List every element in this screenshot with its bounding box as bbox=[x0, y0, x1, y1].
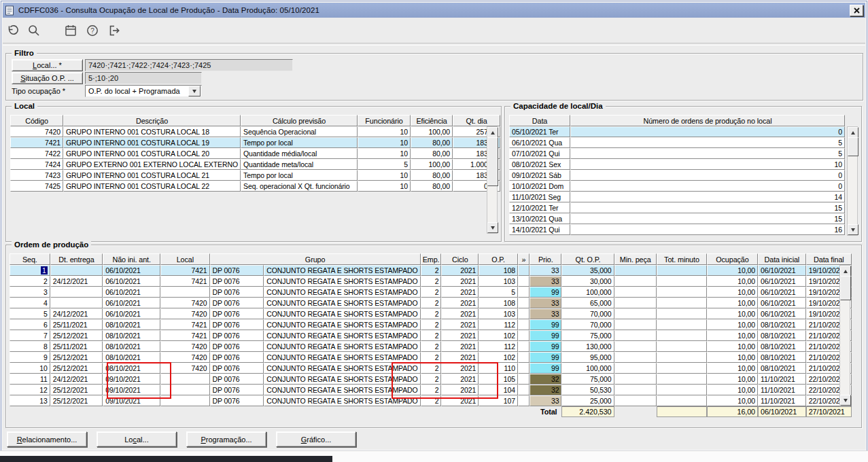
cell[interactable]: DP 0076 bbox=[210, 363, 264, 374]
cell[interactable]: 2 bbox=[421, 265, 442, 276]
cell[interactable]: 10,00 bbox=[707, 330, 758, 341]
cell[interactable]: Sequência Operacional bbox=[241, 126, 358, 137]
cell[interactable]: 08/10/2021 bbox=[758, 352, 806, 363]
column-header[interactable]: Min. peça bbox=[614, 253, 657, 265]
cell[interactable] bbox=[657, 319, 707, 330]
cell[interactable]: 07/10/2021 Qui bbox=[509, 148, 570, 159]
cell[interactable]: 09/10/2021 Sáb bbox=[509, 170, 570, 181]
cell[interactable]: 06/10/2021 bbox=[103, 308, 160, 319]
scroll-thumb[interactable] bbox=[848, 137, 858, 156]
cell[interactable] bbox=[518, 298, 530, 308]
cell[interactable]: 08/10/2021 bbox=[103, 341, 160, 352]
cell[interactable]: Quantidade meta/local bbox=[241, 159, 358, 170]
cell[interactable]: 06/10/2021 bbox=[758, 298, 806, 308]
cell[interactable]: CONJUNTO REGATA E SHORTS ESTAMPADO bbox=[264, 287, 420, 298]
cell[interactable]: 2 bbox=[10, 276, 50, 287]
cell[interactable]: 7424 bbox=[10, 159, 63, 170]
cell[interactable] bbox=[518, 276, 530, 287]
cell[interactable]: 108 bbox=[479, 298, 518, 308]
cell[interactable]: 2 bbox=[421, 341, 442, 352]
cell[interactable]: 108 bbox=[479, 265, 518, 276]
column-header[interactable]: » bbox=[518, 253, 530, 265]
cell[interactable] bbox=[657, 374, 707, 385]
cell[interactable]: 35,000 bbox=[561, 265, 614, 276]
cell[interactable]: DP 0076 bbox=[210, 319, 264, 330]
cell[interactable]: 2021 bbox=[441, 308, 479, 319]
cell[interactable]: 08/10/2021 bbox=[103, 330, 160, 341]
scroll-up-button[interactable] bbox=[840, 266, 851, 277]
cell[interactable]: 33 bbox=[530, 265, 561, 276]
cell[interactable]: 2 bbox=[421, 363, 442, 374]
cell[interactable] bbox=[657, 406, 707, 417]
cell[interactable]: 7 bbox=[10, 330, 50, 341]
cell[interactable] bbox=[657, 298, 707, 308]
cell[interactable] bbox=[518, 363, 530, 374]
cell[interactable]: CONJUNTO REGATA E SHORTS ESTAMPADO bbox=[264, 374, 420, 385]
cell[interactable]: DP 0076 bbox=[210, 330, 264, 341]
cell[interactable] bbox=[657, 395, 707, 406]
cell[interactable] bbox=[518, 374, 530, 385]
column-header[interactable]: Funcionário bbox=[358, 115, 411, 126]
cell[interactable]: DP 0076 bbox=[210, 374, 264, 385]
column-header[interactable]: Data bbox=[509, 115, 570, 126]
cell[interactable]: 7420 bbox=[160, 341, 209, 352]
cell[interactable]: 10 bbox=[358, 181, 411, 192]
cell[interactable] bbox=[614, 308, 657, 319]
cell[interactable]: 10,00 bbox=[707, 363, 758, 374]
cell[interactable]: 25/12/2021 bbox=[50, 385, 103, 395]
cell[interactable]: 5 bbox=[358, 159, 411, 170]
cell[interactable]: DP 0076 bbox=[210, 298, 264, 308]
cell[interactable]: 09/10/2021 bbox=[103, 395, 160, 406]
cell[interactable] bbox=[50, 298, 103, 308]
cell[interactable]: 2021 bbox=[441, 374, 479, 385]
cell[interactable]: 33 bbox=[530, 298, 561, 308]
cell[interactable] bbox=[518, 352, 530, 363]
cell[interactable]: 11/10/2021 bbox=[758, 374, 806, 385]
cell[interactable]: 7421 bbox=[160, 265, 209, 276]
cell[interactable]: 15 bbox=[570, 213, 845, 224]
cell[interactable]: 06/10/2021 bbox=[758, 308, 806, 319]
cell[interactable]: 7420 bbox=[160, 308, 209, 319]
cell[interactable]: 08/10/2021 bbox=[758, 319, 806, 330]
cell[interactable]: 5 bbox=[570, 137, 845, 148]
cell[interactable]: 10,00 bbox=[707, 352, 758, 363]
column-header[interactable]: Local bbox=[160, 253, 209, 265]
column-header[interactable]: Ciclo bbox=[441, 253, 479, 265]
cell[interactable]: 10,00 bbox=[707, 341, 758, 352]
cell[interactable]: GRUPO INTERNO 001 COSTURA LOCAL 19 bbox=[63, 137, 241, 148]
cell[interactable] bbox=[614, 341, 657, 352]
cell[interactable]: 8 bbox=[10, 341, 50, 352]
cell[interactable] bbox=[657, 330, 707, 341]
cell[interactable]: 25,000 bbox=[561, 395, 614, 406]
cell[interactable]: 11 bbox=[10, 374, 50, 385]
cell[interactable]: Quantidade média/local bbox=[241, 148, 358, 159]
cell[interactable]: 25/11/2021 bbox=[50, 319, 103, 330]
cell[interactable]: DP 0076 bbox=[210, 265, 264, 276]
cell[interactable]: DP 0076 bbox=[210, 341, 264, 352]
cell[interactable]: 7421 bbox=[160, 319, 209, 330]
column-header[interactable]: O.P. bbox=[479, 253, 518, 265]
column-header[interactable]: Cálculo previsão bbox=[241, 115, 358, 126]
cell[interactable]: 80,00 bbox=[411, 170, 453, 181]
cell[interactable]: 2 bbox=[421, 287, 442, 298]
cell[interactable] bbox=[657, 276, 707, 287]
cell[interactable]: 112 bbox=[479, 319, 518, 330]
cell[interactable] bbox=[614, 276, 657, 287]
cell[interactable]: 2021 bbox=[441, 330, 479, 341]
cell[interactable] bbox=[518, 330, 530, 341]
cell[interactable]: 08/10/2021 bbox=[103, 363, 160, 374]
cell[interactable]: 2021 bbox=[441, 395, 479, 406]
cell[interactable]: 10 bbox=[10, 363, 50, 374]
cell[interactable]: CONJUNTO REGATA E SHORTS ESTAMPADO bbox=[264, 319, 420, 330]
help-button[interactable]: ? bbox=[84, 22, 101, 39]
column-header[interactable]: Data final bbox=[806, 253, 852, 265]
cell[interactable]: 13/10/2021 Qua bbox=[509, 213, 570, 224]
cell[interactable]: 2 bbox=[421, 395, 442, 406]
cell[interactable]: 2021 bbox=[441, 276, 479, 287]
relacionamento-button[interactable]: Relacionamento... bbox=[7, 431, 87, 447]
cell[interactable]: 4 bbox=[10, 298, 50, 308]
cell[interactable]: CONJUNTO REGATA E SHORTS ESTAMPADO bbox=[264, 341, 420, 352]
cell[interactable] bbox=[657, 287, 707, 298]
cell[interactable]: 08/10/2021 bbox=[758, 363, 806, 374]
cell[interactable]: DP 0076 bbox=[210, 395, 264, 406]
